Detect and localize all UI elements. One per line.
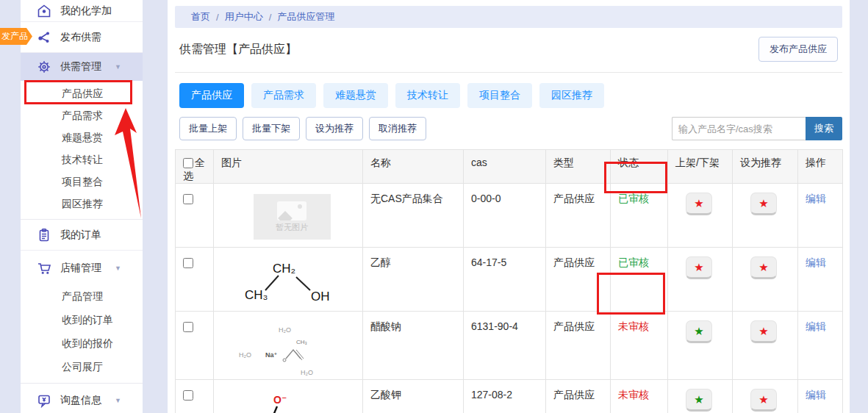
search-button[interactable]: 搜索 [806, 117, 842, 140]
edit-link[interactable]: 编辑 [806, 389, 826, 401]
tab-product-supply[interactable]: 产品供应 [179, 83, 244, 108]
onoff-star-button[interactable]: ★ [686, 320, 712, 343]
star-icon: ★ [694, 325, 703, 338]
search-bar: 搜索 [672, 117, 842, 140]
row-checkbox[interactable] [183, 322, 193, 332]
tab-project-integration[interactable]: 项目整合 [467, 83, 532, 108]
clipboard-icon [37, 228, 51, 243]
edit-link[interactable]: 编辑 [806, 320, 826, 332]
sidebar-item-project-integration[interactable]: 项目整合 [21, 170, 143, 193]
publish-supply-button[interactable]: 发布产品供应 [758, 37, 838, 62]
star-icon: ★ [758, 393, 768, 406]
sidebar-item-product-supply[interactable]: 产品供应 [21, 82, 143, 104]
product-cas: 64-17-5 [464, 248, 546, 312]
product-name: 乙醇 [363, 248, 464, 312]
image-placeholder-icon [277, 201, 306, 220]
sidebar-item-product-management[interactable]: 产品管理 [21, 284, 143, 308]
no-image-text: 暂无图片 [276, 222, 308, 233]
header-status: 状态 [611, 150, 668, 184]
star-icon: ★ [758, 197, 768, 210]
sodium-acetate-structure-image: H₂O H₂O H₂O Na⁺ CH₃ [233, 320, 351, 379]
table-header-row: 全选 图片 名称 cas 类型 状态 上架/下架 设为推荐 操作 [176, 150, 843, 184]
sidebar-item-problem-reward[interactable]: 难题悬赏 [21, 126, 143, 148]
gear-icon [37, 60, 51, 74]
sidebar-item-received-orders[interactable]: 收到的订单 [21, 308, 143, 331]
row-checkbox[interactable] [183, 258, 193, 268]
shop-submenu: 产品管理 收到的订单 收到的报价 公司展厅 [21, 283, 143, 384]
breadcrumb: 首页 / 用户中心 / 产品供应管理 [175, 6, 842, 28]
home-icon [37, 4, 51, 18]
table-row: H₂O H₂O H₂O Na⁺ CH₃ 醋酸钠 6131-90-4 产品供应 未… [176, 312, 843, 380]
search-input[interactable] [672, 117, 806, 140]
product-name: 无CAS产品集合 [363, 184, 464, 248]
header-recommend: 设为推荐 [733, 150, 798, 184]
ethanol-structure-image: CH₂ CH₃ OH [240, 256, 343, 305]
product-type: 产品供应 [546, 380, 611, 413]
status-badge: 已审核 [618, 193, 649, 204]
tab-problem-reward[interactable]: 难题悬赏 [323, 83, 388, 108]
sidebar-item-my-chemplus[interactable]: 我的化学加 [21, 0, 143, 22]
breadcrumb-separator: / [269, 12, 272, 23]
header-name: 名称 [363, 150, 464, 184]
toolbar: 批量上架 批量下架 设为推荐 取消推荐 搜索 [175, 117, 842, 140]
svg-text:H₂O: H₂O [301, 369, 313, 376]
status-badge: 未审核 [618, 389, 649, 401]
table-row: O⁻ O K⁺ 乙酸钾 127-08-2 产品供应 未审核 ★ ★ 编辑 [176, 380, 843, 413]
sidebar-item-label: 我的订单 [60, 229, 101, 242]
recommend-star-button[interactable]: ★ [750, 320, 777, 343]
header-image: 图片 [214, 150, 363, 184]
sidebar-group-label: 询盘信息 [60, 394, 101, 407]
onoff-star-button[interactable]: ★ [686, 389, 712, 412]
svg-text:H₂O: H₂O [239, 351, 251, 359]
sidebar-group-supply-management[interactable]: 供需管理 ▼ [21, 53, 143, 81]
row-checkbox[interactable] [183, 390, 193, 401]
svg-text:OH: OH [311, 290, 330, 304]
star-icon: ★ [694, 261, 703, 274]
sidebar-group-shop-management[interactable]: 店铺管理 ▼ [21, 254, 143, 283]
batch-on-shelf-button[interactable]: 批量上架 [179, 117, 237, 140]
row-checkbox[interactable] [183, 194, 193, 204]
sidebar-item-company-showroom[interactable]: 公司展厅 [21, 355, 143, 378]
table-row: 暂无图片 无CAS产品集合 0-00-0 产品供应 已审核 ★ ★ 编辑 [176, 184, 843, 248]
sidebar-item-my-orders[interactable]: 我的订单 [21, 220, 143, 251]
recommend-star-button[interactable]: ★ [750, 256, 777, 279]
recommend-star-button[interactable]: ★ [750, 389, 777, 412]
page-title: 供需管理【产品供应】 [179, 42, 297, 57]
sidebar-group-inquiry-info[interactable]: 询盘信息 ▼ [21, 387, 143, 413]
edit-link[interactable]: 编辑 [806, 193, 826, 204]
sidebar-item-park-recommend[interactable]: 园区推荐 [21, 193, 143, 215]
svg-text:H₂O: H₂O [279, 326, 291, 334]
sidebar-item-publish[interactable]: 发布供需 [21, 22, 143, 53]
edit-link[interactable]: 编辑 [806, 256, 826, 268]
breadcrumb-separator: / [216, 12, 219, 23]
onoff-star-button[interactable]: ★ [686, 256, 712, 279]
quick-publish-ribbon[interactable]: 发产品 [0, 28, 32, 45]
header-onoff: 上架/下架 [668, 150, 733, 184]
sidebar-item-tech-transfer[interactable]: 技术转让 [21, 148, 143, 170]
cart-icon [37, 261, 51, 276]
svg-text:CH₃: CH₃ [296, 339, 307, 345]
status-badge: 未审核 [618, 320, 649, 332]
breadcrumb-home[interactable]: 首页 [191, 10, 210, 24]
sidebar-item-received-quotes[interactable]: 收到的报价 [21, 331, 143, 355]
tab-product-demand[interactable]: 产品需求 [251, 83, 316, 108]
cancel-recommend-button[interactable]: 取消推荐 [369, 117, 426, 140]
sidebar-group-label: 店铺管理 [60, 262, 101, 275]
onoff-star-button[interactable]: ★ [686, 193, 712, 215]
potassium-acetate-structure-image: O⁻ O K⁺ [237, 389, 347, 413]
sidebar-group-label: 供需管理 [60, 60, 101, 73]
star-icon: ★ [758, 261, 768, 274]
batch-off-shelf-button[interactable]: 批量下架 [243, 117, 300, 140]
header-type: 类型 [546, 150, 611, 184]
sidebar-item-product-demand[interactable]: 产品需求 [21, 104, 143, 126]
title-row: 供需管理【产品供应】 发布产品供应 [175, 37, 842, 73]
breadcrumb-user-center[interactable]: 用户中心 [225, 10, 263, 24]
svg-text:CH₂: CH₂ [273, 262, 295, 276]
recommend-star-button[interactable]: ★ [750, 193, 777, 215]
product-cas: 127-08-2 [464, 380, 546, 413]
product-cas: 0-00-0 [464, 184, 546, 248]
tab-park-recommend[interactable]: 园区推荐 [539, 83, 604, 108]
set-recommend-button[interactable]: 设为推荐 [306, 117, 363, 140]
tab-tech-transfer[interactable]: 技术转让 [395, 83, 460, 108]
select-all-checkbox[interactable] [183, 158, 193, 168]
